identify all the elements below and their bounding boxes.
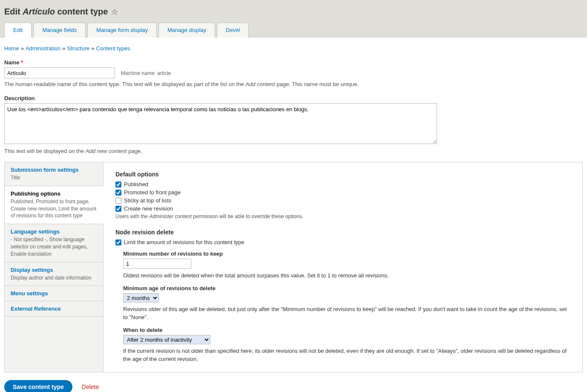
breadcrumb-structure[interactable]: Structure [67, 45, 90, 52]
breadcrumb-content-types[interactable]: Content types [96, 45, 130, 52]
checkbox-promoted[interactable] [115, 190, 121, 196]
vtab-display-settings[interactable]: Display settings Display author and date… [5, 262, 103, 286]
vtab-summary: Title [11, 174, 97, 182]
delete-link[interactable]: Delete [82, 383, 99, 390]
description-textarea[interactable]: Use los <em>artículos</em> para contenid… [4, 103, 437, 144]
vtab-title: Publishing options [11, 190, 97, 197]
name-input[interactable] [4, 67, 115, 78]
vtab-summary: Display author and date information [11, 274, 97, 282]
tab-manage-fields[interactable]: Manage fields [33, 23, 86, 37]
min-age-label: Minimum age of revisions to delete [123, 285, 570, 291]
vtab-title: Display settings [11, 267, 97, 273]
title-suffix: content type [57, 7, 108, 16]
tab-manage-display[interactable]: Manage display [158, 23, 215, 37]
vtab-menu-settings[interactable]: Menu settings [5, 286, 103, 301]
breadcrumb-home[interactable]: Home [4, 45, 19, 52]
vtab-language-settings[interactable]: Language settings - Not specified -, Sho… [5, 224, 103, 262]
when-delete-label: When to delete [123, 327, 570, 333]
checkbox-published-label[interactable]: Published [124, 181, 148, 187]
primary-tabs: Edit Manage fields Manage form display M… [4, 23, 583, 37]
default-options-heading: Default options [115, 171, 570, 178]
vtab-summary: - Not specified -, Show language selecto… [11, 236, 97, 257]
vtab-title: Submission form settings [11, 167, 97, 173]
breadcrumb-administration[interactable]: Administration [26, 45, 60, 52]
node-revision-delete-heading: Node revision delete [115, 229, 570, 236]
checkbox-limit-revisions[interactable] [115, 239, 121, 245]
min-revisions-label: Minimum number of revisions to keep [123, 251, 570, 257]
vtab-publishing-options[interactable]: Publishing options Published, Promoted t… [5, 186, 104, 224]
min-age-select[interactable]: 2 months [123, 293, 159, 303]
breadcrumb: Home»Administration»Structure»Content ty… [4, 42, 583, 59]
checkbox-promoted-label[interactable]: Promoted to front page [124, 189, 181, 196]
checkbox-limit-revisions-label[interactable]: Limit the amount of revisions for this c… [124, 239, 245, 245]
min-revisions-input[interactable] [123, 259, 191, 269]
vtab-panel-publishing: Default options Published Promoted to fr… [104, 162, 582, 372]
vtab-title: Menu settings [11, 290, 97, 297]
vtab-submission-form-settings[interactable]: Submission form settings Title [5, 162, 103, 186]
name-help: The human-readable name of this content … [4, 81, 583, 87]
machine-name: Machine name: article [121, 70, 171, 76]
vertical-tabs: Submission form settings Title Publishin… [5, 162, 104, 372]
checkbox-published[interactable] [115, 182, 121, 187]
checkbox-create-new-revision-label[interactable]: Create new revision [124, 205, 173, 212]
default-options-help: Users with the Administer content permis… [115, 213, 570, 219]
page-title: Edit Artículo content type ☆ [4, 4, 583, 23]
title-content-name: Artículo [23, 7, 55, 16]
tab-edit[interactable]: Edit [4, 23, 32, 37]
title-prefix: Edit [4, 7, 20, 16]
save-button[interactable]: Save content type [4, 380, 72, 392]
tab-manage-form-display[interactable]: Manage form display [87, 23, 157, 37]
description-label: Description [4, 95, 583, 101]
vtab-summary: Published, Promoted to front page, Creat… [11, 198, 97, 219]
checkbox-create-new-revision[interactable] [115, 206, 121, 212]
name-label: Name * [4, 59, 583, 66]
min-revisions-help: Oldest revisions will be deleted when th… [123, 271, 570, 280]
vtab-title: Language settings [11, 228, 97, 235]
checkbox-sticky-label[interactable]: Sticky at top of lists [124, 197, 171, 204]
description-help: This text will be displayed on the Add n… [4, 148, 583, 154]
min-age-help: Revisions older of this age will be dele… [123, 305, 570, 322]
tab-devel[interactable]: Devel [217, 23, 249, 37]
vtab-external-reference[interactable]: External Reference [5, 301, 103, 317]
checkbox-sticky[interactable] [115, 198, 121, 204]
favorite-star-icon[interactable]: ☆ [111, 7, 118, 17]
when-delete-help: If the current revision is not older tha… [123, 347, 570, 363]
vtab-title: External Reference [11, 306, 97, 312]
when-delete-select[interactable]: After 2 months of inactivity [123, 335, 210, 344]
